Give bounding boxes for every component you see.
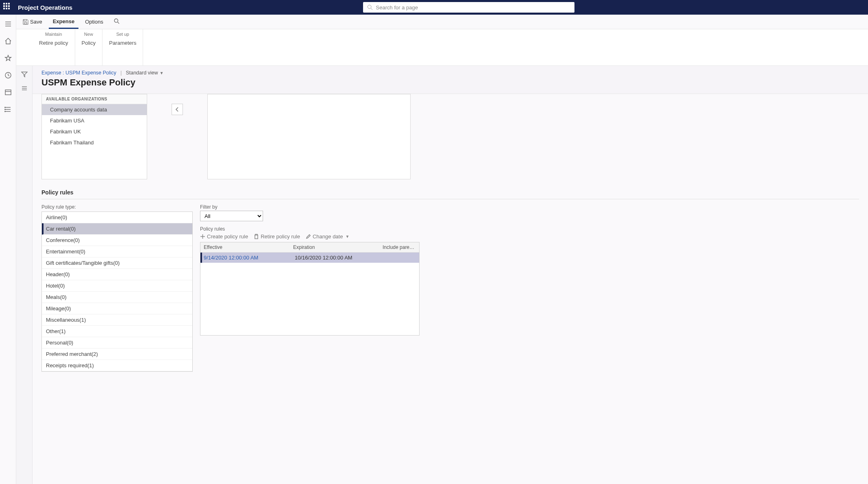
search-icon	[367, 4, 373, 10]
ribbon-group-maintain: Maintain Retire policy	[33, 29, 75, 65]
grid-row[interactable]: 9/14/2020 12:00:00 AM10/16/2020 12:00:00…	[200, 253, 419, 263]
col-include[interactable]: Include paren...	[379, 242, 419, 252]
svg-point-14	[114, 19, 118, 22]
rule-type-item[interactable]: Car rental(0)	[42, 223, 192, 235]
plus-icon	[200, 234, 205, 239]
tab-expense[interactable]: Expense	[49, 15, 78, 29]
cell-effective[interactable]: 9/14/2020 12:00:00 AM	[202, 253, 292, 263]
rail-recent-icon[interactable]	[4, 71, 13, 80]
rule-type-item[interactable]: Other(1)	[42, 326, 192, 337]
breadcrumb-link[interactable]: Expense : USPM Expense Policy	[41, 70, 116, 76]
retire-policy-button[interactable]: Retire policy	[39, 40, 68, 46]
ribbon-group-setup-label: Set up	[109, 32, 136, 37]
svg-rect-6	[5, 90, 11, 95]
page-header: Expense : USPM Expense Policy | Standard…	[33, 66, 868, 94]
rail-menu-icon[interactable]	[4, 20, 13, 28]
filter-by-select[interactable]: All	[200, 211, 263, 221]
related-info-icon[interactable]	[20, 84, 29, 93]
rule-type-item[interactable]: Entertainment(0)	[42, 246, 192, 257]
view-selector[interactable]: Standard view▼	[126, 70, 163, 76]
form-mini-rail	[16, 66, 33, 484]
org-item[interactable]: Company accounts data	[42, 104, 147, 115]
ribbon: Maintain Retire policy New Policy Set up…	[16, 29, 868, 66]
svg-point-11	[4, 107, 5, 108]
rule-type-item[interactable]: Gift certificates/Tangible gifts(0)	[42, 257, 192, 269]
svg-point-0	[368, 5, 371, 9]
rule-type-item[interactable]: Personal(0)	[42, 337, 192, 349]
svg-point-13	[4, 111, 5, 112]
filter-icon[interactable]	[20, 70, 29, 79]
svg-line-15	[117, 22, 119, 24]
available-orgs-panel: AVAILABLE ORGANIZATIONS Company accounts…	[41, 94, 147, 179]
rule-type-item[interactable]: Receipts required(1)	[42, 360, 192, 371]
org-item[interactable]: Fabrikam USA	[42, 115, 147, 126]
global-search[interactable]	[363, 2, 574, 13]
rule-type-item[interactable]: Hotel(0)	[42, 280, 192, 292]
grid-header: Effective Expiration Include paren...	[200, 242, 419, 253]
cell-expiration: 10/16/2020 12:00:00 AM	[292, 253, 381, 263]
app-title: Project Operations	[18, 4, 72, 11]
save-icon	[23, 19, 28, 25]
rail-modules-icon[interactable]	[4, 105, 13, 114]
rail-workspaces-icon[interactable]	[4, 88, 13, 97]
chevron-down-icon: ▼	[345, 234, 349, 239]
policy-rules-label: Policy rules	[200, 226, 420, 232]
action-search-icon[interactable]	[110, 18, 124, 26]
retire-policy-rule-button[interactable]: Retire policy rule	[254, 233, 300, 240]
org-item[interactable]: Fabrikam Thailand	[42, 137, 147, 148]
pencil-icon	[306, 234, 311, 239]
col-effective[interactable]: Effective	[200, 242, 290, 252]
cell-include	[381, 253, 419, 263]
ribbon-group-maintain-label: Maintain	[39, 32, 68, 37]
remove-org-button[interactable]	[172, 104, 183, 115]
rule-type-label: Policy rule type:	[41, 204, 193, 210]
filter-by-label: Filter by	[200, 204, 420, 210]
col-expiration[interactable]: Expiration	[290, 242, 379, 252]
save-label: Save	[30, 19, 42, 25]
rule-type-list[interactable]: Airline(0)Car rental(0)Conference(0)Ente…	[41, 211, 193, 372]
arrow-left-icon	[174, 107, 180, 112]
left-nav-rail	[0, 15, 16, 484]
available-orgs-label: AVAILABLE ORGANIZATIONS	[42, 94, 147, 104]
svg-line-1	[371, 8, 372, 10]
rule-type-item[interactable]: Airline(0)	[42, 212, 192, 223]
parameters-button[interactable]: Parameters	[109, 40, 136, 46]
save-button[interactable]: Save	[19, 15, 46, 29]
command-bar: Save Expense Options	[16, 15, 868, 29]
app-launcher-icon[interactable]	[3, 3, 12, 12]
page-title: USPM Expense Policy	[41, 77, 859, 88]
svg-point-12	[4, 109, 5, 110]
ribbon-group-new-label: New	[82, 32, 96, 37]
rail-home-icon[interactable]	[4, 37, 13, 46]
policy-button[interactable]: Policy	[82, 40, 96, 46]
rule-types-panel: Policy rule type: Airline(0)Car rental(0…	[41, 204, 193, 372]
org-item[interactable]: Fabrikam UK	[42, 126, 147, 137]
policy-rules-grid[interactable]: Effective Expiration Include paren... 9/…	[200, 242, 420, 336]
global-search-input[interactable]	[376, 4, 570, 11]
trash-icon	[254, 234, 259, 239]
rule-type-item[interactable]: Preferred merchant(2)	[42, 349, 192, 360]
tab-options[interactable]: Options	[81, 15, 107, 29]
rule-type-item[interactable]: Miscellaneous(1)	[42, 314, 192, 326]
ribbon-group-setup: Set up Parameters	[102, 29, 143, 65]
rule-type-item[interactable]: Header(0)	[42, 269, 192, 280]
selected-orgs-panel	[207, 94, 411, 179]
create-policy-rule-button[interactable]: Create policy rule	[200, 233, 248, 240]
ribbon-group-new: New Policy	[75, 29, 103, 65]
rule-type-item[interactable]: Conference(0)	[42, 235, 192, 246]
topbar: Project Operations	[0, 0, 868, 15]
breadcrumb: Expense : USPM Expense Policy | Standard…	[41, 70, 859, 76]
rule-type-item[interactable]: Meals(0)	[42, 292, 192, 303]
chevron-down-icon: ▼	[160, 71, 164, 75]
rule-type-item[interactable]: Mileage(0)	[42, 303, 192, 314]
rail-favorites-icon[interactable]	[4, 54, 13, 63]
breadcrumb-sep: |	[120, 70, 122, 76]
change-date-button[interactable]: Change date ▼	[306, 233, 349, 240]
policy-rules-section-title: Policy rules	[41, 189, 859, 199]
